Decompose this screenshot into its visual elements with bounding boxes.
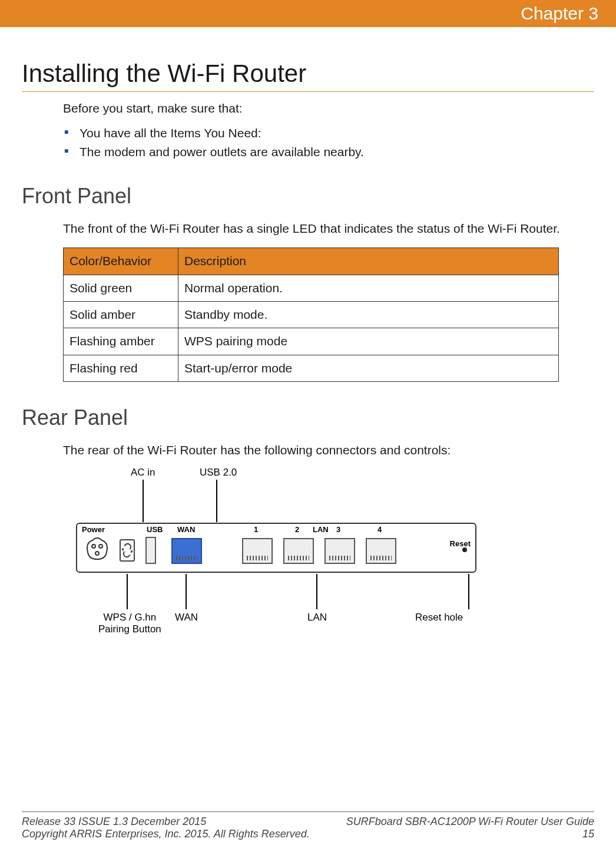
- table-cell: Standby mode.: [178, 302, 559, 328]
- lan-port-icon: [324, 538, 355, 564]
- chapter-header: Chapter 3: [0, 0, 616, 27]
- label-wan: WAN: [175, 612, 198, 623]
- footer-page-number: 15: [582, 828, 594, 840]
- label-ac-in: AC in: [131, 467, 155, 478]
- lan-port-icon: [366, 538, 396, 564]
- wps-button-icon: [120, 539, 135, 562]
- leader-line: [216, 480, 217, 522]
- label-usb20: USB 2.0: [200, 467, 237, 478]
- port-label-lan4: 4: [377, 525, 382, 534]
- intro-bullets: You have all the Items You Need: The mod…: [63, 125, 594, 160]
- table-cell: Normal operation.: [178, 275, 559, 301]
- table-cell: Flashing red: [64, 355, 178, 381]
- table-row: Solid green Normal operation.: [64, 275, 559, 301]
- port-label-lan2: 2: [295, 525, 299, 534]
- table-row: Solid amber Standby mode.: [64, 302, 559, 328]
- page-title: Installing the Wi-Fi Router: [22, 60, 594, 92]
- intro-text: Before you start, make sure that:: [63, 100, 594, 117]
- led-status-table: Color/Behavior Description Solid green N…: [63, 248, 559, 382]
- port-label-usb: USB: [147, 525, 163, 534]
- rear-panel-body: Power USB WAN 1 2 LAN 3 4 Reset: [76, 523, 476, 573]
- label-reset-hole: Reset hole: [415, 612, 463, 623]
- label-lan: LAN: [307, 612, 327, 623]
- table-cell: Start-up/error mode: [178, 355, 559, 381]
- table-row: Flashing red Start-up/error mode: [64, 355, 559, 381]
- leader-line: [143, 480, 144, 522]
- port-label-wan: WAN: [177, 525, 195, 534]
- front-panel-text: The front of the Wi-Fi Router has a sing…: [63, 220, 594, 237]
- lan-port-icon: [242, 538, 273, 564]
- footer-release: Release 33 ISSUE 1.3 December 2015: [22, 816, 206, 828]
- rear-panel-text: The rear of the Wi-Fi Router has the fol…: [63, 442, 594, 458]
- port-label-lan1: 1: [254, 525, 258, 534]
- footer-doc-title: SURFboard SBR‑AC1200P Wi-Fi Router User …: [346, 816, 594, 828]
- front-panel-heading: Front Panel: [22, 184, 594, 209]
- table-cell: Solid amber: [64, 302, 178, 328]
- usb-port-icon: [145, 537, 156, 564]
- bullet-item: The modem and power outlets are availabl…: [63, 144, 594, 160]
- leader-line: [127, 574, 128, 609]
- table-cell: Flashing amber: [64, 328, 178, 355]
- leader-line: [186, 574, 187, 609]
- leader-line: [468, 574, 469, 609]
- table-row: Color/Behavior Description: [64, 248, 559, 275]
- port-label-lan: LAN: [313, 525, 329, 534]
- page-footer: Release 33 ISSUE 1.3 December 2015 SURFb…: [22, 811, 594, 840]
- leader-line: [316, 574, 317, 609]
- port-label-power: Power: [82, 525, 105, 534]
- footer-copyright: Copyright ARRIS Enterprises, Inc. 2015. …: [22, 828, 310, 840]
- port-label-lan3: 3: [336, 525, 340, 534]
- port-label-reset: Reset: [450, 539, 471, 548]
- label-wps: WPS / G.hn Pairing Button: [98, 612, 161, 635]
- table-header: Color/Behavior: [64, 248, 178, 275]
- lan-port-icon: [283, 538, 314, 564]
- power-port-icon: [83, 534, 111, 563]
- bullet-item: You have all the Items You Need:: [63, 125, 594, 141]
- reset-hole-icon: [462, 547, 467, 552]
- chapter-label: Chapter 3: [521, 4, 598, 23]
- table-cell: Solid green: [64, 275, 178, 301]
- rear-panel-heading: Rear Panel: [22, 405, 594, 430]
- table-cell: WPS pairing mode: [178, 328, 559, 355]
- wan-port-icon: [171, 538, 202, 564]
- rear-panel-diagram: AC in USB 2.0 Power USB WAN 1 2 LAN 3 4 …: [63, 467, 511, 649]
- table-header: Description: [178, 248, 559, 275]
- table-row: Flashing amber WPS pairing mode: [64, 328, 559, 355]
